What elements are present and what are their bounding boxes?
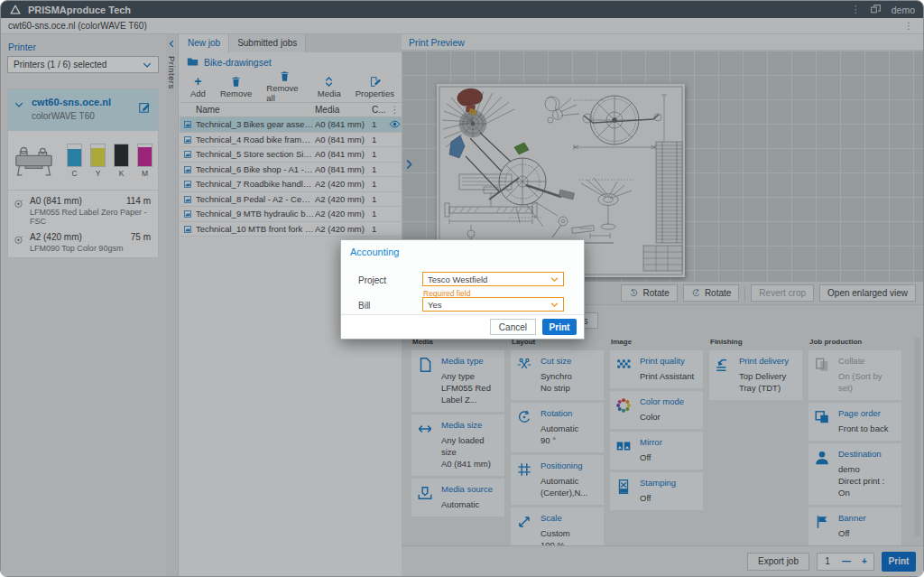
dialog-title: Accounting [350,247,399,257]
chevron-down-icon [550,275,559,284]
bill-label: Bill [358,301,370,311]
dialog-footer: Cancel Print [341,314,584,339]
project-select[interactable]: Tesco Westfield [422,272,564,286]
dialog-print-button[interactable]: Print [542,319,577,335]
chevron-down-icon [550,300,559,310]
project-label: Project [358,275,386,285]
app-window: PRISMAproduce Tech ⋮ demo cwt60-sns.oce.… [0,0,924,577]
cancel-button[interactable]: Cancel [490,319,536,335]
accounting-dialog: Accounting Project Tesco Westfield Requi… [340,239,585,340]
bill-select[interactable]: Yes [422,297,564,312]
